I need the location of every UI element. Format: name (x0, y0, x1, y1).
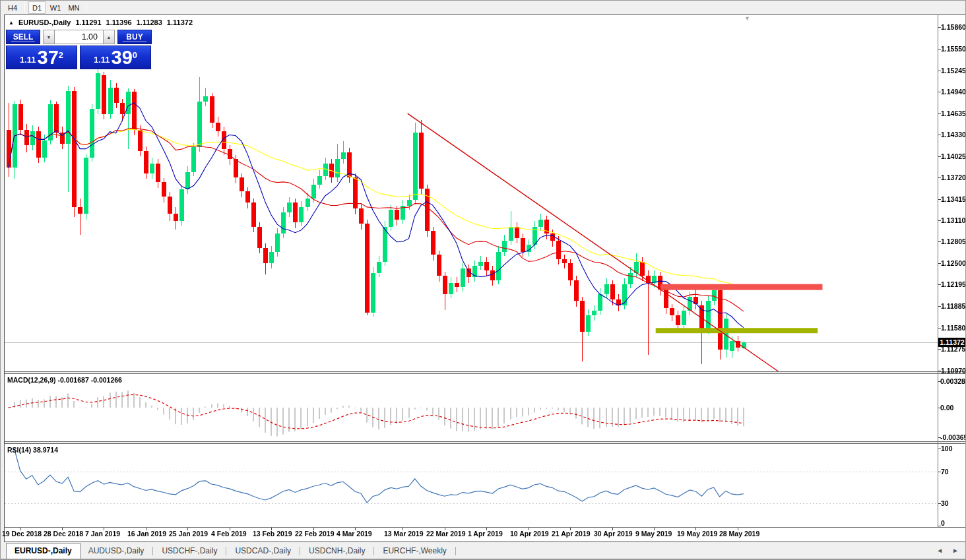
terminal-window: H4 D1 W1 MN ▼ ▲ EURUSD-,Daily 1.11291 1.… (0, 0, 966, 560)
timeframe-mn-button[interactable]: MN (65, 1, 82, 14)
buy-price-button[interactable]: 1.11 39 0 (80, 46, 151, 69)
macd-indicator-label: MACD(12,26,9) -0.001687 -0.001266 (7, 376, 122, 384)
price-scale-label: 1.12195 (941, 280, 966, 288)
tab-separator (455, 547, 456, 555)
time-scale-label: 10 Apr 2019 (510, 530, 549, 538)
chart-canvas[interactable] (1, 1, 966, 560)
tab-separator (226, 547, 226, 555)
time-scale-label: 1 Apr 2019 (468, 530, 503, 538)
price-scale-label: 1.14330 (941, 131, 966, 139)
ohlc-high: 1.11396 (106, 18, 132, 26)
rsi-scale-label: 100 (941, 445, 953, 452)
price-macd-splitter[interactable] (5, 371, 965, 374)
volume-increase-button[interactable]: ▲ (103, 30, 115, 44)
sell-price-big: 37 (38, 49, 59, 67)
rsi-scale-label: 70 (941, 468, 949, 476)
time-scale-label: 13 Mar 2019 (384, 530, 424, 538)
price-scale-label: 1.10970 (941, 367, 966, 375)
price-scale-label: 1.14635 (941, 109, 966, 117)
buy-button[interactable]: BUY (117, 30, 152, 44)
time-scale-label: 25 Jan 2019 (169, 530, 208, 538)
price-scale-label: 1.13110 (941, 216, 965, 224)
tab-audusd-daily[interactable]: AUDUSD-,Daily (80, 544, 152, 559)
chart-tab-bar: EURUSD-,Daily AUDUSD-,Daily USDCHF-,Dail… (1, 543, 965, 559)
timeframe-toolbar: H4 D1 W1 MN (1, 1, 965, 15)
one-click-trade-panel: SELL ▼ 1.00 ▲ BUY 1.11 37 2 1.11 39 0 (6, 30, 152, 69)
buy-price-big: 39 (112, 49, 133, 67)
time-scale-label: 9 May 2019 (635, 530, 672, 538)
sell-button[interactable]: SELL (6, 30, 40, 44)
tab-eurusd-daily[interactable]: EURUSD-,Daily (6, 543, 80, 559)
time-scale-label: 4 Feb 2019 (211, 530, 247, 538)
ohlc-open: 1.11291 (75, 18, 101, 26)
rsi-scale-label: 30 (941, 499, 949, 507)
time-scale-label: 21 Apr 2019 (552, 530, 591, 538)
timeframe-d1-button[interactable]: D1 (28, 1, 46, 14)
price-scale-label: 1.11885 (941, 302, 965, 310)
time-scale-label: 22 Feb 2019 (295, 530, 335, 538)
ohlc-close: 1.11372 (167, 18, 193, 26)
volume-up-icon: ▲ (107, 35, 112, 40)
tab-separator (373, 547, 374, 555)
volume-input[interactable]: 1.00 (55, 30, 103, 44)
price-scale-label: 1.11580 (941, 324, 965, 332)
macd-rsi-splitter[interactable] (5, 441, 965, 444)
tab-usdchf-daily[interactable]: USDCHF-,Daily (154, 544, 225, 559)
time-scale-label: 30 Apr 2019 (594, 530, 633, 538)
buy-price-prefix: 1.11 (94, 53, 110, 67)
timeframe-h4-button[interactable]: H4 (4, 1, 21, 14)
tab-scroll-right-icon[interactable]: ► (952, 547, 959, 554)
price-scale-label: 1.15550 (941, 45, 966, 53)
price-scale-label: 1.12500 (941, 259, 966, 267)
volume-decrease-button[interactable]: ▼ (43, 30, 55, 44)
macd-scale-label: 0.00 (940, 404, 953, 412)
price-scale-label: 1.14940 (941, 88, 966, 96)
time-scale-label: 28 May 2019 (719, 530, 759, 538)
chart-title-bar: ▲ EURUSD-,Daily 1.11291 1.11396 1.11283 … (9, 18, 193, 26)
time-scale-label: 19 Dec 2018 (2, 530, 42, 538)
macd-scale-label: 0.003287 (940, 377, 966, 385)
panel-collapse-icon[interactable]: ▲ (9, 20, 14, 26)
time-scale-label: 4 Mar 2019 (337, 530, 372, 538)
time-scale-label: 13 Feb 2019 (253, 530, 292, 538)
chart-shift-marker-icon: ▼ (744, 15, 750, 22)
toolbar-separator (24, 3, 25, 13)
rsi-indicator-label: RSI(14) 38.9714 (7, 446, 58, 454)
price-scale-label: 1.13720 (941, 173, 966, 181)
tab-separator (152, 547, 153, 555)
price-scale-label: 1.15860 (941, 23, 966, 31)
volume-down-icon: ▼ (47, 35, 51, 40)
tab-scroll-left-icon[interactable]: ◄ (936, 547, 943, 554)
sell-price-pipette: 2 (59, 52, 63, 59)
tab-usdcad-daily[interactable]: USDCAD-,Daily (227, 544, 299, 559)
rsi-scale-label: 0 (941, 519, 945, 527)
time-scale-label: 16 Jan 2019 (127, 530, 166, 538)
tab-separator (300, 547, 300, 555)
tab-usdcnh-daily[interactable]: USDCNH-,Daily (301, 544, 373, 559)
price-scale-divider[interactable] (938, 15, 938, 527)
price-scale-label: 1.11275 (941, 345, 965, 353)
time-scale-label: 22 Mar 2019 (426, 530, 466, 538)
sell-price-button[interactable]: 1.11 37 2 (6, 46, 77, 69)
chart-tabs: EURUSD-,Daily AUDUSD-,Daily USDCHF-,Dail… (6, 543, 457, 559)
price-scale-label: 1.14025 (941, 152, 966, 160)
price-scale-label: 1.12805 (941, 237, 966, 245)
tab-eurchf-weekly[interactable]: EURCHF-,Weekly (375, 544, 454, 559)
buy-price-pipette: 0 (133, 52, 137, 59)
price-scale-label: 1.15245 (941, 67, 966, 75)
macd-scale-label: -0.003659 (940, 433, 966, 441)
time-scale-label: 19 May 2019 (677, 530, 717, 538)
symbol-title: EURUSD-,Daily (18, 18, 71, 26)
ohlc-low: 1.11283 (137, 18, 162, 26)
time-axis-border (5, 527, 965, 528)
timeframe-w1-button[interactable]: W1 (47, 1, 64, 14)
sell-price-prefix: 1.11 (20, 53, 36, 67)
toolbar-separator (86, 3, 86, 13)
price-scale-label: 1.13415 (941, 195, 966, 203)
time-scale-label: 7 Jan 2019 (85, 530, 120, 538)
time-scale-label: 28 Dec 2018 (44, 530, 83, 538)
